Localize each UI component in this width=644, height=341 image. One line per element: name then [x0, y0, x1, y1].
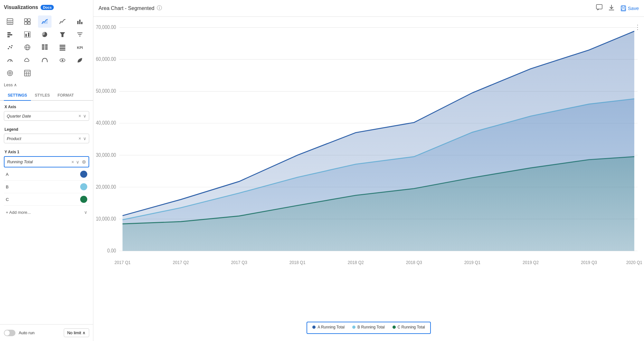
- download-icon[interactable]: [608, 4, 615, 13]
- svg-rect-34: [42, 48, 44, 50]
- y-axis-clear-icon[interactable]: ×: [71, 159, 74, 165]
- svg-rect-30: [42, 44, 44, 46]
- svg-rect-13: [7, 32, 11, 33]
- svg-rect-8: [28, 22, 30, 24]
- svg-point-43: [62, 60, 63, 61]
- legend-label-c: C Running Total: [398, 325, 425, 329]
- series-color-b[interactable]: [80, 183, 87, 190]
- legend-field-text: Product: [7, 136, 79, 141]
- viz-cloud-icon[interactable]: [21, 54, 34, 66]
- viz-kpi-icon[interactable]: KPI: [73, 41, 87, 53]
- svg-text:KPI: KPI: [77, 46, 83, 50]
- svg-rect-52: [596, 5, 602, 9]
- legend-container: A Running Total B Running Total C Runnin…: [93, 320, 644, 341]
- svg-rect-18: [28, 33, 29, 37]
- svg-text:2017 Q2: 2017 Q2: [173, 260, 189, 265]
- viz-line-icon[interactable]: [56, 15, 69, 28]
- save-label: Save: [628, 5, 639, 11]
- info-icon[interactable]: ⓘ: [157, 5, 162, 12]
- svg-rect-7: [24, 22, 27, 24]
- viz-pivot-icon[interactable]: [21, 15, 34, 28]
- legend-expand-icon[interactable]: ∨: [83, 136, 86, 141]
- svg-point-26: [11, 45, 13, 46]
- viz-pie-icon[interactable]: [38, 28, 52, 41]
- tab-styles[interactable]: STYLES: [31, 90, 54, 101]
- svg-rect-33: [45, 46, 48, 48]
- viz-map-icon[interactable]: [21, 41, 34, 53]
- svg-text:30,000.00: 30,000.00: [96, 152, 116, 158]
- svg-text:2018 Q3: 2018 Q3: [406, 260, 422, 265]
- viz-target-icon[interactable]: [3, 67, 17, 79]
- chart-area: ⋮ 70,000.00 60,000.00 50,000.00 40,000.0…: [93, 17, 644, 341]
- sidebar-footer: Auto run No limit ∧: [0, 324, 93, 341]
- y-axis-field-pill: Running Total × ∨ ⊕: [4, 156, 89, 167]
- viz-gauge-icon[interactable]: [3, 54, 17, 66]
- svg-rect-10: [77, 21, 79, 24]
- viz-filter-icon[interactable]: [73, 28, 87, 41]
- viz-area-icon[interactable]: [38, 15, 52, 28]
- sidebar: Visualizations Docs: [0, 0, 93, 341]
- viz-table2-icon[interactable]: [21, 67, 34, 79]
- legend-label: Legend: [0, 123, 93, 134]
- add-more-row[interactable]: + Add more... ∨: [4, 207, 89, 217]
- legend-label-b: B Running Total: [357, 325, 385, 329]
- viz-grid2-icon[interactable]: [38, 41, 52, 53]
- viz-funnel-icon[interactable]: [56, 28, 69, 41]
- svg-rect-14: [7, 34, 12, 35]
- series-color-a[interactable]: [80, 171, 87, 178]
- legend-item-b: B Running Total: [352, 325, 385, 329]
- auto-run-toggle[interactable]: [4, 330, 15, 336]
- comment-icon[interactable]: [596, 4, 603, 13]
- legend-dot-b: [352, 326, 355, 329]
- svg-text:70,000.00: 70,000.00: [96, 24, 116, 30]
- series-color-c[interactable]: [80, 196, 87, 203]
- x-axis-expand-icon[interactable]: ∨: [83, 113, 86, 118]
- legend-item-a: A Running Total: [312, 325, 345, 329]
- auto-run-label: Auto run: [19, 330, 34, 335]
- viz-list-icon[interactable]: [56, 41, 69, 53]
- chart-legend: A Running Total B Running Total C Runnin…: [307, 322, 431, 334]
- svg-text:2019 Q1: 2019 Q1: [464, 260, 480, 265]
- y-axis-expand-icon[interactable]: ∨: [76, 159, 79, 165]
- docs-badge[interactable]: Docs: [41, 5, 54, 10]
- viz-column2-icon[interactable]: [21, 28, 34, 41]
- series-label-a: A: [6, 172, 80, 177]
- svg-text:2020 Q1: 2020 Q1: [626, 260, 642, 265]
- svg-text:60,000.00: 60,000.00: [96, 56, 116, 62]
- viz-arch-icon[interactable]: [38, 54, 52, 66]
- svg-text:2018 Q2: 2018 Q2: [348, 260, 364, 265]
- legend-label-a: A Running Total: [317, 325, 345, 329]
- svg-rect-57: [622, 9, 625, 10]
- svg-text:0.00: 0.00: [107, 248, 116, 253]
- toggle-knob: [5, 330, 10, 336]
- svg-text:2018 Q1: 2018 Q1: [289, 260, 306, 265]
- svg-text:10,000.00: 10,000.00: [96, 216, 116, 222]
- svg-point-46: [10, 73, 11, 74]
- tab-settings[interactable]: SETTINGS: [4, 90, 31, 101]
- viz-scatter-icon[interactable]: [3, 41, 17, 53]
- svg-point-25: [11, 47, 12, 48]
- legend-dot-c: [393, 326, 396, 329]
- main-content: Area Chart - Segmented ⓘ Save ⋮: [93, 0, 644, 341]
- x-axis-clear-icon[interactable]: ×: [79, 113, 81, 118]
- x-axis-field-pill: Quarter Date × ∨: [4, 111, 89, 121]
- sidebar-tabs: SETTINGS STYLES FORMAT: [0, 90, 93, 101]
- chart-title-container: Area Chart - Segmented ⓘ: [99, 5, 162, 12]
- svg-text:2017 Q3: 2017 Q3: [231, 260, 247, 265]
- viz-eye-icon[interactable]: [56, 54, 69, 66]
- y-axis-field-text: Running Total: [7, 159, 71, 164]
- no-limit-button[interactable]: No limit ∧: [64, 328, 89, 337]
- viz-hbar-icon[interactable]: [3, 28, 17, 41]
- svg-rect-31: [45, 44, 48, 46]
- viz-table-icon[interactable]: [3, 15, 17, 28]
- legend-clear-icon[interactable]: ×: [79, 136, 81, 141]
- svg-text:2019 Q3: 2019 Q3: [581, 260, 597, 265]
- chart-menu-icon[interactable]: ⋮: [634, 23, 641, 31]
- y-axis-pin-icon[interactable]: ⊕: [82, 159, 86, 165]
- viz-leaf-icon[interactable]: [73, 54, 87, 66]
- viz-bar-icon[interactable]: [73, 15, 87, 28]
- legend-dot-a: [312, 326, 316, 329]
- less-button[interactable]: Less ∧: [0, 81, 93, 90]
- save-button[interactable]: Save: [620, 5, 639, 12]
- tab-format[interactable]: FORMAT: [54, 90, 78, 101]
